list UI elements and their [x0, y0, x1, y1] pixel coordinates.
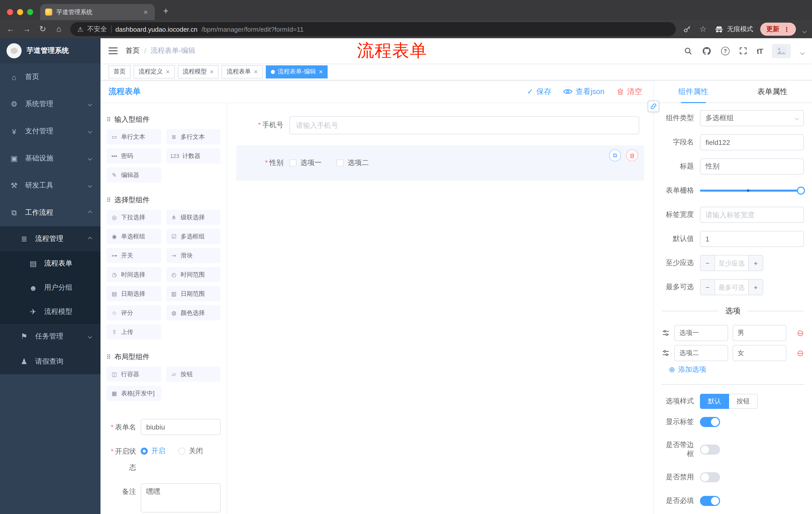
remove-option-icon[interactable]: ⊖: [797, 349, 804, 357]
forward-icon[interactable]: →: [22, 25, 31, 33]
option-label-input[interactable]: [674, 325, 728, 341]
sidebar-item-workflow[interactable]: ⧉ 工作流程: [0, 199, 100, 226]
form-canvas[interactable]: 手机号 性别 选项一 选项二 ⧉: [227, 103, 653, 514]
window-zoom-button[interactable]: [27, 9, 33, 15]
tag-close-icon[interactable]: ×: [166, 69, 170, 75]
sidebar-item-leave-query[interactable]: ♟ 请假查询: [0, 349, 100, 374]
field-name-input[interactable]: [700, 134, 804, 151]
palette-item-slider[interactable]: ⊸滑块: [166, 248, 221, 263]
tag-home[interactable]: 首页: [109, 65, 130, 78]
github-icon[interactable]: [702, 46, 712, 56]
show-label-switch[interactable]: [700, 417, 720, 427]
tag-process-definition[interactable]: 流程定义 ×: [134, 65, 175, 78]
checkbox-option-one[interactable]: 选项一: [289, 158, 322, 167]
stepper-plus-button[interactable]: +: [748, 255, 763, 271]
sidebar-item-devtools[interactable]: ⚒ 研发工具: [0, 172, 100, 199]
delete-component-button[interactable]: [626, 150, 638, 161]
address-bar[interactable]: ⚠ 不安全 dashboard.yudao.iocoder.cn/bpm/man…: [70, 22, 676, 36]
clear-button[interactable]: 清空: [616, 87, 642, 96]
remove-option-icon[interactable]: ⊖: [797, 329, 804, 337]
palette-item-button[interactable]: ▱按钮: [166, 367, 221, 382]
link-chain-icon[interactable]: [648, 101, 659, 112]
checkbox-option-two[interactable]: 选项二: [337, 158, 369, 167]
avatar-chevron-down-icon[interactable]: [801, 51, 805, 55]
sidebar-item-home[interactable]: ⌂ 首页: [0, 63, 100, 90]
disabled-switch[interactable]: [700, 472, 720, 482]
bookmark-star-icon[interactable]: ☆: [698, 25, 707, 33]
palette-item-single-text[interactable]: ▭单行文本: [107, 129, 161, 144]
form-name-input[interactable]: [141, 419, 221, 435]
default-value-input[interactable]: [700, 231, 804, 247]
palette-item-select[interactable]: ◎下拉选择: [107, 210, 161, 225]
sidebar-item-process-management[interactable]: ≣ 流程管理: [0, 226, 100, 251]
palette-item-switch[interactable]: ⊶开关: [107, 248, 161, 263]
sidebar-item-process-form[interactable]: ▤ 流程表单: [0, 251, 100, 276]
palette-item-checkbox-group[interactable]: ☑多选框组: [166, 229, 221, 244]
sidebar-item-process-model[interactable]: ✈ 流程模型: [0, 300, 100, 324]
tag-close-icon[interactable]: ×: [319, 69, 323, 75]
reload-icon[interactable]: ↻: [38, 25, 47, 33]
radio-open[interactable]: 开启: [141, 447, 165, 456]
breadcrumb-home[interactable]: 首页: [126, 46, 140, 55]
component-type-select[interactable]: 多选框组: [700, 110, 804, 126]
palette-item-counter[interactable]: 123计数器: [166, 148, 221, 163]
required-switch[interactable]: [700, 496, 720, 506]
radio-closed[interactable]: 关闭: [178, 447, 203, 456]
tab-form-props[interactable]: 表单属性: [733, 80, 812, 103]
palette-item-date-range[interactable]: ▥日期范围: [166, 286, 221, 301]
drag-handle-icon[interactable]: [662, 349, 670, 357]
sidebar-logo[interactable]: 芋道管理系统: [0, 38, 100, 63]
browser-tab[interactable]: 芋道管理系统 ×: [40, 4, 155, 20]
view-json-button[interactable]: 查看json: [563, 87, 605, 96]
palette-item-time-picker[interactable]: ◷时间选择: [107, 267, 161, 282]
sidebar-item-infrastructure[interactable]: ▣ 基础设施: [0, 145, 100, 172]
checkbox-box[interactable]: [337, 159, 344, 166]
palette-item-table[interactable]: ▦表格[开发中]: [107, 386, 161, 401]
save-button[interactable]: ✓ 保存: [527, 87, 551, 96]
palette-item-editor[interactable]: ✎编辑器: [107, 167, 161, 183]
chevron-down-icon[interactable]: [803, 29, 807, 33]
browser-update-button[interactable]: 更新 ⋮: [760, 23, 796, 36]
tab-component-props[interactable]: 组件属性: [654, 80, 733, 103]
slider-track[interactable]: [700, 190, 801, 192]
option-label-input[interactable]: [674, 345, 728, 361]
sidebar-item-user-group[interactable]: ☻ 用户分组: [0, 276, 100, 300]
stepper-minus-button[interactable]: −: [700, 280, 715, 295]
sidebar-item-system[interactable]: ⚙ 系统管理: [0, 90, 100, 118]
window-close-button[interactable]: [7, 9, 13, 15]
label-width-input[interactable]: [700, 207, 804, 223]
password-key-icon[interactable]: [683, 25, 691, 33]
sidebar-item-task-management[interactable]: ⚑ 任务管理: [0, 324, 100, 349]
min-select-input[interactable]: [715, 255, 748, 271]
avatar[interactable]: [772, 44, 790, 58]
tag-close-icon[interactable]: ×: [210, 69, 213, 75]
max-select-input[interactable]: [715, 280, 748, 295]
home-icon[interactable]: ⌂: [54, 25, 63, 33]
tag-process-model[interactable]: 流程模型 ×: [178, 65, 219, 78]
palette-item-time-range[interactable]: ◴时间范围: [166, 267, 221, 282]
palette-item-textarea[interactable]: ≣多行文本: [166, 129, 221, 144]
canvas-field-phone[interactable]: 手机号: [236, 110, 644, 140]
style-button-button[interactable]: 按钮: [729, 394, 758, 409]
form-remark-textarea[interactable]: 嘿嘿: [141, 483, 221, 513]
add-option-button[interactable]: ⊕ 添加选项: [669, 365, 804, 374]
tag-process-form[interactable]: 流程表单 ×: [222, 65, 263, 78]
phone-input[interactable]: [289, 116, 639, 134]
slider-handle[interactable]: [797, 187, 805, 195]
help-icon[interactable]: ?: [721, 47, 730, 55]
search-icon[interactable]: [684, 47, 692, 55]
grid-slider[interactable]: [700, 183, 801, 199]
browser-menu-dots-icon[interactable]: ⋮: [783, 25, 790, 33]
stepper-plus-button[interactable]: +: [748, 280, 763, 295]
window-minimize-button[interactable]: [17, 9, 23, 15]
copy-component-button[interactable]: ⧉: [609, 150, 621, 161]
sidebar-item-payment[interactable]: ¥ 支付管理: [0, 118, 100, 145]
palette-item-rate[interactable]: ☆评分: [107, 305, 161, 320]
back-icon[interactable]: ←: [6, 25, 15, 33]
title-input[interactable]: [700, 158, 804, 174]
canvas-field-gender-selected[interactable]: 性别 选项一 选项二 ⧉: [236, 145, 644, 181]
stepper-minus-button[interactable]: −: [700, 255, 715, 271]
drag-handle-icon[interactable]: [662, 329, 670, 337]
fullscreen-icon[interactable]: [739, 47, 747, 55]
palette-item-cascader[interactable]: ⋔级联选择: [166, 210, 221, 225]
